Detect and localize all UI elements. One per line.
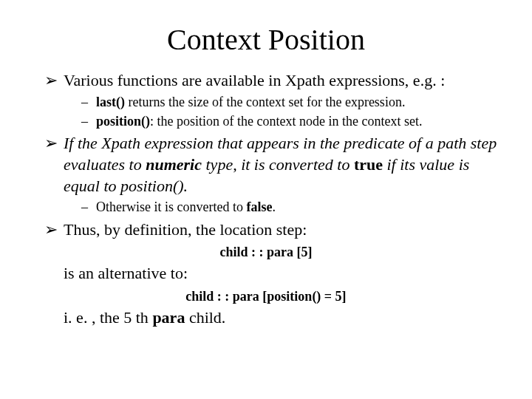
code-example-1: child : : para [5]	[30, 245, 502, 260]
fn-position: position()	[96, 114, 150, 129]
ie-part-a: i. e. , the 5 th	[64, 308, 152, 327]
alternative-line: is an alternative to:	[64, 263, 502, 284]
arrow-icon: ➢	[44, 133, 64, 154]
ie-part-b: child.	[185, 308, 225, 327]
subbullet-1b: – position(): the position of the contex…	[81, 113, 502, 130]
subbullet-1a-rest: returns the size of the context set for …	[125, 95, 405, 109]
subbullet-1a: – last() returns the size of the context…	[81, 94, 502, 111]
word-true: true	[354, 155, 383, 174]
code-example-2: child : : para [position() = 5]	[30, 289, 502, 304]
bullet-1: ➢ Various functions are available in Xpa…	[44, 70, 502, 92]
bullet-1-text: Various functions are available in Xpath…	[64, 70, 502, 92]
s2-part-b: .	[272, 200, 276, 214]
subbullet-1b-text: position(): the position of the context …	[96, 113, 502, 130]
bullet-2-text: If the Xpath expression that appears in …	[64, 133, 502, 197]
word-numeric: numeric	[146, 155, 202, 174]
fn-last: last()	[96, 95, 125, 109]
subbullet-1a-text: last() returns the size of the context s…	[96, 94, 502, 111]
subbullet-2: – Otherwise it is converted to false.	[81, 199, 502, 216]
slide: Context Position ➢ Various functions are…	[0, 0, 532, 399]
dash-icon: –	[81, 113, 96, 130]
ie-line: i. e. , the 5 th para child.	[64, 307, 502, 329]
slide-title: Context Position	[30, 22, 502, 57]
s2-part-a: Otherwise it is converted to	[96, 200, 246, 214]
bullet-2: ➢ If the Xpath expression that appears i…	[44, 133, 502, 197]
word-false: false	[246, 200, 272, 214]
bullet-3-text: Thus, by definition, the location step:	[64, 219, 502, 241]
bullet-3: ➢ Thus, by definition, the location step…	[44, 219, 502, 241]
word-if: If	[64, 134, 73, 152]
arrow-icon: ➢	[44, 219, 64, 241]
subbullet-1b-rest: : the position of the context node in th…	[150, 114, 422, 129]
word-para: para	[152, 308, 185, 327]
b2-part-b: type, it is converted to	[202, 155, 354, 174]
dash-icon: –	[81, 199, 96, 216]
subbullet-2-text: Otherwise it is converted to false.	[96, 199, 502, 216]
arrow-icon: ➢	[44, 70, 64, 92]
dash-icon: –	[81, 94, 96, 111]
